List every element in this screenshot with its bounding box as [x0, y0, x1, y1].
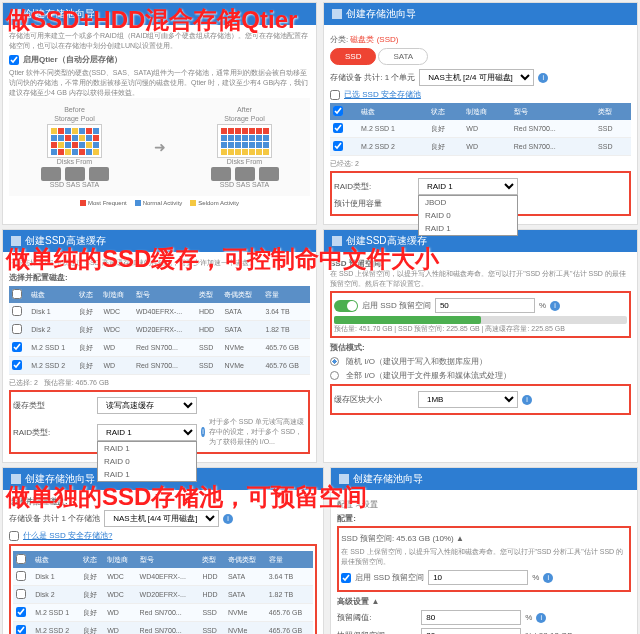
dd-option[interactable]: JBOD: [419, 196, 517, 209]
table-row: M.2 SSD 2良好WDRed SN700...SSD: [330, 138, 631, 156]
legend: Most Frequent Normal Activity Seldom Act…: [9, 200, 310, 206]
op-pct-input[interactable]: [435, 298, 535, 313]
section-label: 选择并配置磁盘:: [9, 272, 310, 283]
wizard-header: 创建存储池向导: [331, 468, 637, 490]
tab-ssd[interactable]: SSD: [330, 48, 376, 65]
info-icon[interactable]: i: [536, 613, 546, 623]
host-select[interactable]: NAS主机 [2/4 可用磁盘]: [419, 69, 534, 86]
mode-random-radio[interactable]: [330, 357, 339, 366]
cache-type-select[interactable]: 读写高速缓存: [97, 397, 197, 414]
table-row: M.2 SSD 2良好WDRed SN700...SSDNVMe465.76 G…: [9, 357, 310, 375]
info-icon[interactable]: i: [550, 301, 560, 311]
qtier-label: 启用Qtier（自动分层存储）: [23, 54, 122, 65]
dd-option[interactable]: RAID 1: [98, 468, 196, 481]
wizard-header: 创建存储池向导: [3, 3, 316, 25]
qtier-checkbox[interactable]: [9, 55, 19, 65]
section-label: 配置:: [337, 513, 631, 524]
disk-table: 磁盘状态制造商型号类型奇偶类型容量 Disk 1良好WDCWD40EFRX-..…: [9, 286, 310, 375]
safe-pool-chk[interactable]: [330, 90, 340, 100]
op-progress: [334, 316, 627, 324]
raid-select[interactable]: RAID 1: [418, 178, 518, 195]
op-pct-input[interactable]: [428, 570, 528, 585]
dd-option[interactable]: RAID 1: [419, 222, 517, 235]
table-row: M.2 SSD 1良好WDRed SN700...SSD: [330, 120, 631, 138]
dd-option[interactable]: RAID 1: [98, 442, 196, 455]
section-label: SSD 预留空间:: [330, 258, 631, 269]
op-summary: SSD 预留空间: 45.63 GB (10%) ▲: [341, 533, 627, 544]
safe-pool-chk[interactable]: [9, 531, 19, 541]
op-desc: 在 SSD 上保留空间，以提升写入性能和磁盘寿命。您可以打开"SSD 分析工具"…: [330, 269, 631, 289]
raid-dropdown-list: RAID 1 RAID 0 RAID 1: [97, 441, 197, 482]
mode-label: 预估模式:: [330, 342, 631, 353]
raid-type-label: RAID类型:: [334, 181, 414, 192]
wizard-header: 创建存储池向导: [324, 3, 637, 25]
tab-sata[interactable]: SATA: [378, 48, 428, 65]
op-desc: 在 SSD 上保留空间，以提升写入性能和磁盘寿命。您可以打开"SSD 分析工具"…: [341, 547, 627, 567]
table-row: M.2 SSD 1良好WDRed SN700...SSDNVMe465.76 G…: [13, 604, 313, 622]
safe-pool-link[interactable]: 什么是 SSD 安全存储池?: [23, 530, 112, 541]
info-icon[interactable]: i: [522, 395, 532, 405]
threshold-input[interactable]: [421, 610, 521, 625]
disk-table: 磁盘状态制造商型号类型 M.2 SSD 1良好WDRed SN700...SSD…: [330, 103, 631, 156]
capacity-label: 预计使用容量: [334, 198, 414, 209]
block-size-select[interactable]: 1MB: [418, 391, 518, 408]
disk-table: 磁盘状态制造商型号类型奇偶类型容量 Disk 1良好WDCWD40EFRX-..…: [13, 551, 313, 634]
cache-icon: [332, 236, 342, 246]
info-icon[interactable]: i: [201, 427, 205, 437]
raid-select[interactable]: RAID 1: [97, 424, 197, 441]
advanced-toggle[interactable]: 高级设置 ▲: [337, 596, 631, 607]
table-row: M.2 SSD 1良好WDRed SN700...SSDNVMe465.76 G…: [9, 339, 310, 357]
info-icon[interactable]: i: [538, 73, 548, 83]
info-icon[interactable]: i: [223, 514, 233, 524]
op-toggle[interactable]: [334, 300, 358, 312]
host-select[interactable]: NAS主机 [4/4 可用磁盘]: [104, 510, 219, 527]
intro-text: 存储池可用来建立一个或多个RAID组（RAID组可由多个硬盘组成存储池）。您可在…: [9, 31, 310, 51]
dd-option[interactable]: RAID 0: [419, 209, 517, 222]
dd-option[interactable]: RAID 0: [98, 455, 196, 468]
capacity-breakdown: 预估量: 451.70 GB | SSD 预留空间: 225.85 GB | 高…: [334, 324, 627, 334]
storage-icon: [332, 9, 342, 19]
breadcrumb: 分类: 磁盘类 (SSD): [330, 31, 631, 48]
mode-all-radio[interactable]: [330, 371, 339, 380]
section-label: 选择并配置磁盘:: [9, 496, 317, 507]
table-row: Disk 1良好WDCWD40EFRX-...HDDSATA3.64 TB: [9, 303, 310, 321]
qtier-diagram: Before Storage Pool Disks From SSD SAS S…: [9, 98, 310, 196]
info-icon[interactable]: i: [543, 573, 553, 583]
breadcrumb: 配置 > 设置: [337, 496, 631, 513]
select-all-chk[interactable]: [333, 106, 343, 116]
table-row: Disk 2良好WDCWD20EFRX-...HDDSATA1.82 TB: [9, 321, 310, 339]
safe-pool-link[interactable]: 已选 SSD 安全存储池: [344, 89, 421, 100]
arrow-icon: ➜: [154, 139, 166, 155]
unit-count-label: 存储设备 共计: 1 个单元: [330, 72, 415, 83]
cache-desc: 只能选择 NAS 中或通过 SSD 高速缓存加速的存储池，需要少许加速一个磁盘。: [9, 258, 310, 268]
storage-icon: [11, 9, 21, 19]
raid-dropdown-list: JBOD RAID 0 RAID 1: [418, 195, 518, 236]
snapshot-input[interactable]: [421, 628, 521, 634]
storage-icon: [339, 474, 349, 484]
qtier-desc: Qtier 软件不同类型的硬盘(SSD、SAS、SATA)组件为一个存储池，通常…: [9, 68, 310, 98]
cache-wizard-header: 创建SSD高速缓存: [3, 230, 316, 252]
cache-icon: [11, 236, 21, 246]
table-row: Disk 2良好WDCWD20EFRX-...HDDSATA1.82 TB: [13, 586, 313, 604]
storage-icon: [11, 474, 21, 484]
table-row: M.2 SSD 2良好WDRed SN700...SSDNVMe465.76 G…: [13, 622, 313, 635]
op-checkbox[interactable]: [341, 573, 351, 583]
table-row: Disk 1良好WDCWD40EFRX-...HDDSATA3.64 TB: [13, 568, 313, 586]
